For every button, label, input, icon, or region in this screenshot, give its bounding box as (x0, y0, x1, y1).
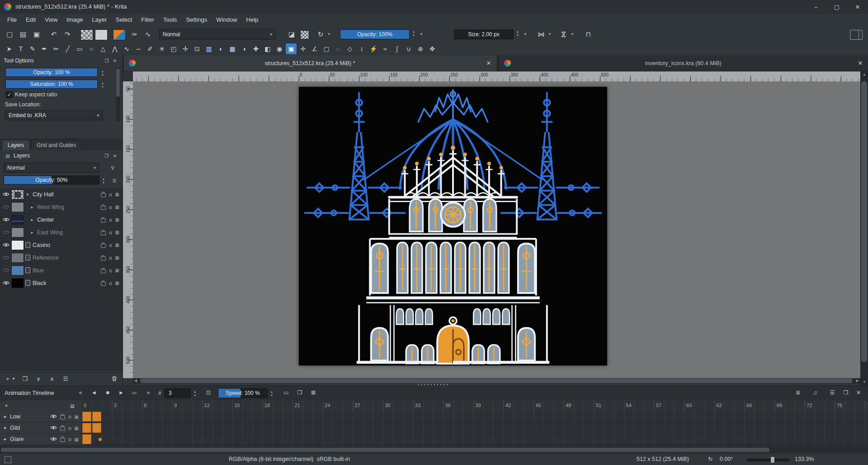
alpha-icon[interactable]: α (68, 414, 71, 419)
polygon-select-tool[interactable]: ◇ (344, 43, 355, 54)
stop-button[interactable]: ■ (102, 388, 113, 398)
layer-properties-button[interactable]: ☰ (61, 374, 71, 383)
ref-opacity-slider[interactable]: Opacity: 100 % (5, 68, 98, 77)
tab-grid-and-guides[interactable]: Grid and Guides (31, 140, 82, 150)
grid-icon[interactable]: ▦ (115, 230, 119, 235)
scrollbar-handle[interactable] (861, 81, 867, 362)
dynamic-brush-tool[interactable]: ✐ (145, 43, 156, 54)
canvas-rotation-icon[interactable]: ↻ (708, 456, 712, 462)
tab-layers[interactable]: Layers (2, 140, 30, 150)
scrollbar-handle[interactable] (1, 448, 769, 452)
reload-preset-button[interactable]: ↻ (315, 28, 326, 40)
move-layer-down-button[interactable]: ∨ (33, 374, 43, 383)
brush-size-slider[interactable]: Size: 2.00 px (454, 29, 514, 39)
mirror-vertical-button[interactable]: ⋈ (558, 28, 570, 40)
spinner[interactable]: ▴▾ (99, 70, 106, 77)
brush-presets-button[interactable]: ✑ (128, 28, 140, 40)
canvas-horizontal-scrollbar[interactable]: ◀ ▶ (133, 378, 860, 384)
new-document-button[interactable]: ▢ (4, 28, 15, 40)
save-button[interactable]: ▣ (31, 28, 42, 40)
move-layer-up-button[interactable]: ∧ (47, 374, 57, 383)
close-docker-icon[interactable]: ✕ (853, 388, 864, 398)
layer-row-blue[interactable]: Blueα▦ (0, 264, 123, 277)
grid-icon[interactable]: ▦ (115, 217, 119, 222)
menu-image[interactable]: Image (62, 14, 87, 26)
visibility-off-icon[interactable] (2, 204, 10, 209)
duplicate-layer-button[interactable]: ❐ (20, 374, 30, 383)
workspace-chooser-button[interactable] (850, 30, 863, 40)
expand-icon[interactable]: ▸ (29, 230, 35, 235)
audio-icon[interactable]: ♫ (809, 388, 821, 398)
playback-speed-slider[interactable]: Speed: 100 % (218, 388, 268, 398)
opacity-slider[interactable]: Opacity: 100% (340, 29, 410, 39)
track-frames[interactable] (0, 434, 868, 445)
minimize-button[interactable]: – (806, 0, 826, 14)
close-tab-icon[interactable]: ✕ (484, 60, 493, 66)
brush-editor-button[interactable]: ∿ (142, 28, 154, 40)
color-sampler-tool[interactable]: ◗ (215, 43, 226, 54)
go-last-button[interactable]: » (142, 388, 154, 398)
gradient-tool[interactable]: ▥ (203, 43, 214, 54)
grid-icon[interactable]: ▦ (115, 204, 119, 209)
menu-filter[interactable]: Filter (137, 14, 159, 26)
scroll-up-icon[interactable]: ▲ (863, 72, 866, 77)
lock-icon[interactable] (60, 427, 65, 431)
lock-icon[interactable] (101, 244, 106, 248)
close-docker-icon[interactable]: ✕ (111, 152, 119, 159)
float-docker-icon[interactable]: ❐ (103, 152, 111, 159)
tab-inventory-document[interactable]: inventory_icons.kra (60.4 MiB) ✕ (498, 55, 868, 71)
prev-frame-button[interactable]: ◄ (88, 388, 100, 398)
scroll-right-icon[interactable]: ▶ (856, 379, 859, 383)
menu-window[interactable]: Window (212, 14, 241, 26)
scroll-down-icon[interactable]: ▼ (863, 380, 866, 384)
chevron-down-icon[interactable]: ▾ (11, 374, 16, 383)
visibility-on-icon[interactable] (2, 280, 10, 285)
go-first-button[interactable]: « (75, 388, 86, 398)
lock-icon[interactable] (101, 206, 106, 210)
canvas-vertical-scrollbar[interactable]: ▲ ▼ (860, 71, 868, 385)
docker-scrollbar[interactable] (116, 68, 120, 121)
vertical-ruler[interactable]: 50100150200250300350400450500 (123, 81, 133, 378)
lock-icon[interactable] (101, 218, 106, 223)
track-frames[interactable] (0, 411, 868, 422)
menu-file[interactable]: File (3, 14, 21, 26)
chevron-down-icon[interactable]: ▾ (419, 32, 424, 36)
layer-row-black[interactable]: Blackα▦ (0, 277, 123, 289)
track-header[interactable]: ✦Gildα▦ (0, 422, 82, 433)
visibility-off-icon[interactable] (2, 230, 10, 235)
spinner[interactable]: ▴▾ (100, 177, 107, 185)
chevron-down-icon[interactable]: ▾ (326, 32, 332, 36)
visibility-on-icon[interactable] (2, 242, 10, 247)
ref-saturation-slider[interactable]: Saturation: 100 % (5, 80, 98, 89)
select-shapes-tool[interactable]: ➤ (4, 43, 14, 54)
grid-icon[interactable]: ▦ (75, 426, 79, 431)
onion-skins-icon[interactable]: ≣ (792, 388, 804, 398)
zoom-tool[interactable]: ⊕ (415, 43, 426, 54)
layer-row-east-wing[interactable]: ▸East Wingα▦ (0, 226, 123, 239)
auto-frame-mode-button[interactable]: ⊡ (203, 388, 214, 398)
lock-icon[interactable] (101, 269, 106, 273)
opacity-spinner[interactable]: ▴▾ (410, 30, 417, 37)
menu-view[interactable]: View (40, 14, 62, 26)
alpha-icon[interactable]: α (109, 280, 112, 286)
remove-frame-button[interactable]: ⊠ (307, 388, 319, 398)
text-tool[interactable]: T (15, 43, 26, 54)
float-docker-icon[interactable]: ❐ (103, 57, 111, 64)
alpha-icon[interactable]: α (68, 437, 71, 442)
keyframe-cell[interactable] (82, 423, 91, 433)
maximize-button[interactable]: ▢ (826, 0, 847, 14)
assistants-tool[interactable]: ✛ (297, 43, 308, 54)
lock-icon[interactable] (101, 282, 106, 286)
reference-images-tool[interactable]: ▣ (286, 43, 297, 54)
layer-row-reference[interactable]: Referenceα▦ (0, 251, 123, 264)
rect-select-tool[interactable]: ▢ (321, 43, 332, 54)
contiguous-select-tool[interactable]: ⚡ (368, 43, 379, 54)
collapse-icon[interactable]: ▾ (25, 192, 30, 197)
open-button[interactable]: ▤ (17, 28, 29, 40)
menu-settings[interactable]: Settings (181, 14, 212, 26)
visibility-on-icon[interactable] (2, 217, 10, 222)
alpha-icon[interactable]: α (109, 192, 112, 197)
zoom-slider-handle[interactable] (771, 457, 774, 463)
speed-spinner[interactable]: ▴▾ (269, 390, 275, 397)
add-track-icon[interactable]: + (2, 401, 11, 411)
